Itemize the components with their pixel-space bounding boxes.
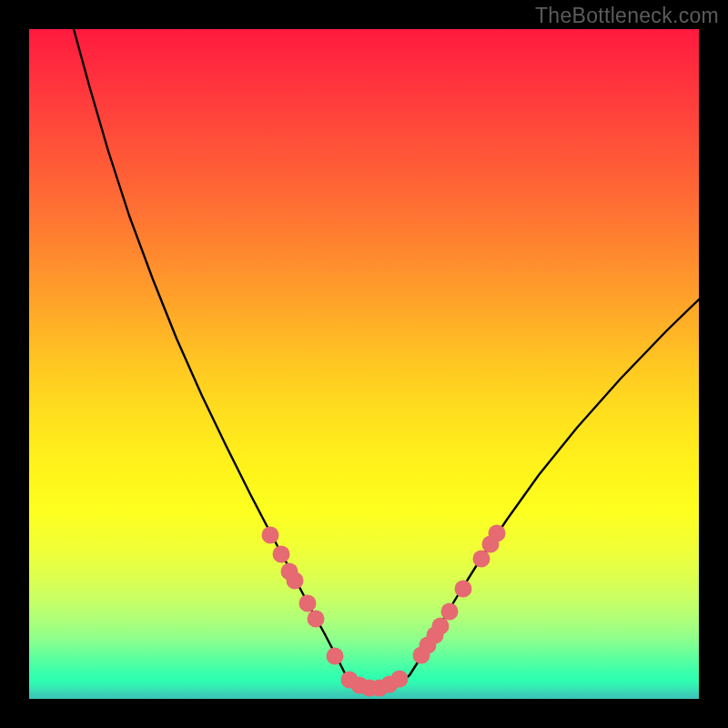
chart-stage: TheBottleneck.com bbox=[0, 0, 728, 728]
data-point bbox=[441, 603, 459, 621]
data-point bbox=[287, 572, 304, 590]
watermark-text: TheBottleneck.com bbox=[535, 4, 719, 28]
data-point bbox=[308, 611, 325, 628]
data-point bbox=[473, 551, 490, 568]
data-point bbox=[489, 525, 506, 542]
data-point bbox=[273, 546, 290, 563]
data-point bbox=[432, 618, 450, 635]
data-point bbox=[455, 581, 472, 598]
data-point bbox=[327, 648, 344, 665]
data-markers bbox=[29, 29, 699, 699]
data-point bbox=[299, 595, 317, 612]
data-point bbox=[391, 671, 409, 688]
data-point bbox=[262, 527, 279, 544]
plot-area bbox=[29, 29, 699, 699]
